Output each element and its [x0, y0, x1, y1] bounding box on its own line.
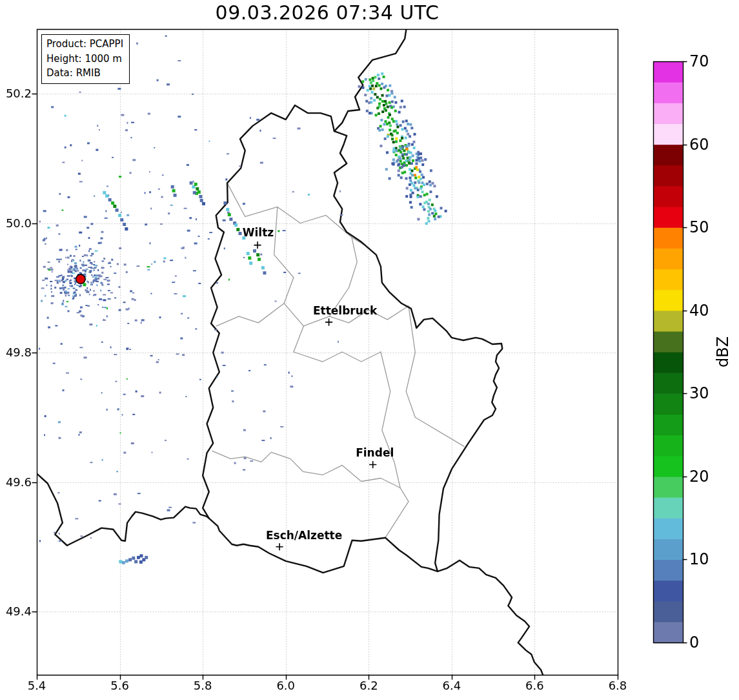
radar-map-canvas: [0, 0, 739, 700]
